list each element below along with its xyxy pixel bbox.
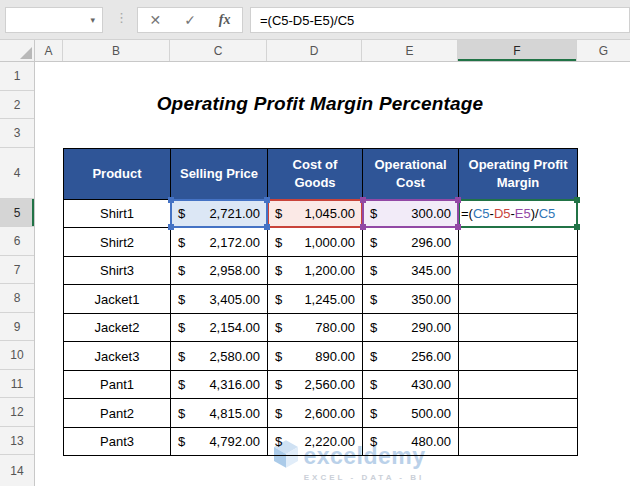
cell-operational-cost[interactable]: $256.00 xyxy=(363,342,459,371)
sheet-title[interactable]: Operating Profit Margin Percentage xyxy=(63,89,577,119)
cell-profit-margin-empty[interactable] xyxy=(459,314,578,342)
currency-symbol: $ xyxy=(178,377,185,392)
formula-input[interactable]: =(C5-D5-E5)/C5 xyxy=(250,7,630,33)
cell-cost-of-goods[interactable]: $780.00 xyxy=(268,314,363,342)
cell-operational-cost[interactable]: $500.00 xyxy=(363,399,459,428)
cell-product[interactable]: Jacket2 xyxy=(64,314,171,342)
formula-bar-divider-icon: ⋮ xyxy=(115,11,128,24)
cell-operational-cost[interactable]: $430.00 xyxy=(363,371,459,399)
select-all-corner[interactable] xyxy=(0,40,35,61)
cell-operational-cost-ref-e5[interactable]: $ 300.00 xyxy=(363,200,459,228)
row-header-1[interactable]: 1 xyxy=(0,62,34,91)
cell-selling-price[interactable]: $4,792.00 xyxy=(171,428,268,456)
cell-operational-cost[interactable]: $296.00 xyxy=(363,228,459,257)
column-header-g[interactable]: G xyxy=(577,40,630,61)
enter-icon[interactable]: ✓ xyxy=(184,12,196,28)
cell-operational-cost[interactable]: $350.00 xyxy=(363,285,459,314)
row-header-8[interactable]: 8 xyxy=(0,284,34,313)
cancel-icon[interactable]: ✕ xyxy=(149,12,161,28)
cell-selling-price[interactable]: $4,316.00 xyxy=(171,371,268,399)
cell-cost-of-goods[interactable]: $2,560.00 xyxy=(268,371,363,399)
cell-product[interactable]: Pant1 xyxy=(64,371,171,399)
row-header-2[interactable]: 2 xyxy=(0,91,34,119)
column-header-a[interactable]: A xyxy=(35,40,63,61)
cell-cost-of-goods[interactable]: $2,220.00 xyxy=(268,428,363,456)
row-header-7[interactable]: 7 xyxy=(0,256,34,284)
formula-bar-text: =(C5-D5-E5)/C5 xyxy=(260,13,354,28)
cell-value: 256.00 xyxy=(411,349,451,364)
insert-function-icon[interactable]: fx xyxy=(219,12,231,28)
cell-profit-margin-empty[interactable] xyxy=(459,342,578,371)
cell-cost-of-goods[interactable]: $1,200.00 xyxy=(268,257,363,285)
cell-profit-margin-empty[interactable] xyxy=(459,228,578,257)
cell-selling-price[interactable]: $4,815.00 xyxy=(171,399,268,428)
row-header-3[interactable]: 3 xyxy=(0,119,34,148)
cell-selling-price[interactable]: $3,405.00 xyxy=(171,285,268,314)
currency-symbol: $ xyxy=(370,235,377,250)
cell-operational-cost[interactable]: $345.00 xyxy=(363,257,459,285)
sheet-area: 1 2 3 4 5 6 7 8 9 10 11 12 13 14 Operati… xyxy=(0,62,630,486)
cell-product[interactable]: Jacket3 xyxy=(64,342,171,371)
cell-profit-margin-empty[interactable] xyxy=(459,399,578,428)
cell-value: 480.00 xyxy=(411,434,451,449)
row-header-5-selected[interactable]: 5 xyxy=(0,199,34,227)
cell-cost-of-goods[interactable]: $2,600.00 xyxy=(268,399,363,428)
cell-cost-of-goods[interactable]: $890.00 xyxy=(268,342,363,371)
formula-token: )/ xyxy=(531,206,539,221)
table-header-product[interactable]: Product xyxy=(64,149,171,200)
name-box[interactable]: ▾ xyxy=(5,7,103,33)
cell-value: 2,172.00 xyxy=(209,235,260,250)
row-header-12[interactable]: 12 xyxy=(0,398,34,427)
cell-product[interactable]: Pant3 xyxy=(64,428,171,456)
cell-value: 890.00 xyxy=(315,349,355,364)
table-header-selling-price[interactable]: Selling Price xyxy=(171,149,268,200)
cell-product[interactable]: Jacket1 xyxy=(64,285,171,314)
currency-symbol: $ xyxy=(178,434,185,449)
currency-symbol: $ xyxy=(370,349,377,364)
cell-selling-price[interactable]: $2,172.00 xyxy=(171,228,268,257)
cell-product[interactable]: Shirt2 xyxy=(64,228,171,257)
row-header-9[interactable]: 9 xyxy=(0,313,34,341)
cell-cost-of-goods[interactable]: $1,000.00 xyxy=(268,228,363,257)
row-header-10[interactable]: 10 xyxy=(0,341,34,370)
cell-selling-price[interactable]: $2,580.00 xyxy=(171,342,268,371)
column-header-f-selected[interactable]: F xyxy=(458,40,577,61)
cell-product[interactable]: Shirt1 xyxy=(64,200,171,228)
cell-value: 2,560.00 xyxy=(304,377,355,392)
cell-value: 296.00 xyxy=(411,235,451,250)
watermark-tagline: EXCEL - DATA - BI xyxy=(278,473,450,482)
row-header-13[interactable]: 13 xyxy=(0,427,34,455)
cell-operational-cost[interactable]: $290.00 xyxy=(363,314,459,342)
row-header-4[interactable]: 4 xyxy=(0,148,34,199)
cell-cost-of-goods[interactable]: $1,245.00 xyxy=(268,285,363,314)
currency-symbol: $ xyxy=(275,206,282,221)
select-all-triangle-icon xyxy=(20,47,32,59)
row-header-6[interactable]: 6 xyxy=(0,227,34,256)
cell-selling-price[interactable]: $2,958.00 xyxy=(171,257,268,285)
table-header-operating-profit-margin[interactable]: Operating Profit Margin xyxy=(459,149,578,200)
cell-product[interactable]: Pant2 xyxy=(64,399,171,428)
row-header-11[interactable]: 11 xyxy=(0,370,34,398)
cell-product[interactable]: Shirt3 xyxy=(64,257,171,285)
cell-formula-f5-editing[interactable]: =( C5 - D5 - E5 )/ C5 xyxy=(459,200,578,228)
cell-profit-margin-empty[interactable] xyxy=(459,285,578,314)
column-header-d[interactable]: D xyxy=(267,40,362,61)
cell-value: 2,721.00 xyxy=(209,206,260,221)
column-header-c[interactable]: C xyxy=(170,40,267,61)
name-box-dropdown-icon[interactable]: ▾ xyxy=(90,15,102,25)
cell-profit-margin-empty[interactable] xyxy=(459,428,578,456)
cell-selling-price[interactable]: $2,154.00 xyxy=(171,314,268,342)
cell-value: 300.00 xyxy=(411,206,451,221)
cell-profit-margin-empty[interactable] xyxy=(459,371,578,399)
table-header-cost-of-goods[interactable]: Cost of Goods xyxy=(268,149,363,200)
table-header-operational-cost[interactable]: Operational Cost xyxy=(363,149,459,200)
cell-cost-of-goods-ref-d5[interactable]: $ 1,045.00 xyxy=(268,200,363,228)
cell-value: 2,580.00 xyxy=(209,349,260,364)
column-header-e[interactable]: E xyxy=(362,40,458,61)
row-header-14[interactable]: 14 xyxy=(0,455,34,486)
column-header-b[interactable]: B xyxy=(63,40,170,61)
cell-profit-margin-empty[interactable] xyxy=(459,257,578,285)
cell-operational-cost[interactable]: $480.00 xyxy=(363,428,459,456)
cell-selling-price-ref-c5[interactable]: $ 2,721.00 xyxy=(171,200,268,228)
currency-symbol: $ xyxy=(370,377,377,392)
